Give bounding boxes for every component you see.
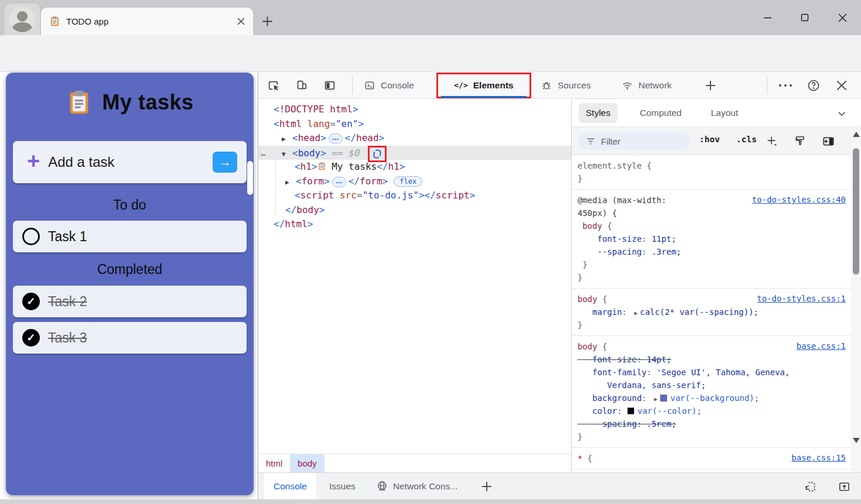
close-window-button[interactable] <box>824 2 861 33</box>
css-source-link[interactable]: to-do-styles.css:40 <box>752 195 846 204</box>
color-swatch[interactable] <box>660 395 667 402</box>
expand-ellipsis-button[interactable]: … <box>332 177 346 187</box>
task-row[interactable]: Task 1 <box>13 221 247 252</box>
task-checkbox-checked[interactable]: ✓ <box>22 293 40 310</box>
breadcrumb-html[interactable]: html <box>258 454 290 472</box>
activity-bar-layout-icon[interactable] <box>323 78 337 92</box>
task-checkbox-unchecked[interactable] <box>22 228 40 245</box>
more-tabs-icon[interactable] <box>703 78 718 92</box>
css-source-link[interactable]: to-do-styles.css:1 <box>757 294 846 303</box>
clipboard-favicon-icon <box>49 16 60 27</box>
toggle-hover-state-button[interactable]: :hov <box>699 135 720 144</box>
code-token: head <box>298 132 321 143</box>
expand-value-icon[interactable]: ▶ <box>632 310 640 316</box>
code-token: 450px) { <box>578 208 617 218</box>
code-token: < <box>296 176 302 187</box>
task-checkbox-checked[interactable]: ✓ <box>22 329 40 347</box>
task-row[interactable]: ✓Task 2 <box>13 286 247 317</box>
breadcrumb-body[interactable]: body <box>290 454 324 472</box>
code-token: html <box>285 218 308 229</box>
tab-computed[interactable]: Computed <box>633 103 689 123</box>
help-icon[interactable] <box>807 78 821 92</box>
scrollbar-thumb[interactable] <box>853 148 859 275</box>
open-panel-up-icon[interactable] <box>837 479 851 493</box>
css-declaration[interactable]: } <box>578 271 851 284</box>
tab-styles[interactable]: Styles <box>579 103 617 123</box>
scroll-up-arrow[interactable] <box>853 132 860 137</box>
css-declaration[interactable]: font-size: 14pt; <box>578 353 851 366</box>
tab-sources[interactable]: Sources <box>541 72 591 98</box>
tab-close-icon[interactable] <box>237 18 245 25</box>
new-style-rule-icon[interactable] <box>765 134 779 148</box>
tab-network[interactable]: Network <box>621 72 672 98</box>
dom-tree-row[interactable]: <!DOCTYPE html> <box>258 102 571 117</box>
scroll-down-arrow[interactable] <box>853 438 860 443</box>
expand-arrow-icon[interactable]: ▶ <box>285 176 296 190</box>
task-row[interactable]: ✓Task 3 <box>13 322 247 354</box>
code-token: > <box>470 190 476 201</box>
page-scrollbar-thumb[interactable] <box>247 161 253 195</box>
code-token: > <box>319 204 325 215</box>
drawer-tab-issues[interactable]: Issues <box>320 473 365 499</box>
devtools-more-icon[interactable] <box>778 78 792 92</box>
expand-arrow-icon[interactable]: ▶ <box>282 132 292 147</box>
dock-panel-icon[interactable] <box>821 134 835 148</box>
code-token: "en" <box>336 118 358 129</box>
tab-layout[interactable]: Layout <box>704 103 746 123</box>
maximize-button[interactable] <box>786 2 824 33</box>
css-declaration[interactable]: color: var(--color); <box>578 404 851 417</box>
css-declaration[interactable]: } <box>578 318 851 331</box>
css-declaration[interactable]: } <box>578 172 851 185</box>
css-declaration[interactable]: background: ▶var(--background); <box>578 392 851 404</box>
close-devtools-icon[interactable] <box>835 78 849 92</box>
css-source-link[interactable]: base.css:1 <box>797 341 846 351</box>
css-declaration[interactable]: body { <box>578 220 851 232</box>
css-declaration[interactable]: font-size: 11pt; <box>578 232 851 245</box>
new-tab-button[interactable] <box>259 13 275 29</box>
dom-tree-row[interactable]: </body> <box>258 203 571 218</box>
tab-strip: TODO app <box>0 0 861 35</box>
css-declaration[interactable]: } <box>578 430 851 443</box>
css-declaration[interactable]: } <box>578 258 851 271</box>
tab-elements[interactable]: </> Elements <box>441 72 527 98</box>
drawer-tab-network-console[interactable]: Network Cons... <box>367 473 467 499</box>
brush-icon[interactable] <box>793 134 807 148</box>
dom-tree-row[interactable]: </html> <box>258 217 571 232</box>
css-declaration[interactable]: --spacing: .5rem; <box>578 417 851 430</box>
css-declaration[interactable]: 450px) { <box>578 207 851 220</box>
browser-tab[interactable]: TODO app <box>41 8 253 35</box>
toggle-class-button[interactable]: .cls <box>736 135 757 144</box>
css-declaration[interactable]: Verdana, sans-serif; <box>578 379 851 392</box>
dom-tree-row[interactable]: <h1> My tasks</h1> <box>258 160 571 174</box>
add-task-input[interactable]: + Add a task → <box>13 141 247 183</box>
profile-avatar[interactable] <box>5 4 40 35</box>
flex-badge[interactable]: flex <box>394 176 422 187</box>
minimize-button[interactable] <box>749 2 786 33</box>
color-swatch[interactable] <box>627 407 634 414</box>
dom-tree-row[interactable]: ▶<form>…</form>flex <box>258 174 571 189</box>
expand-value-icon[interactable]: ▶ <box>651 396 660 402</box>
dashed-box-arrow-icon[interactable] <box>803 479 817 493</box>
css-source-link[interactable]: base.css:15 <box>791 453 846 462</box>
css-declaration[interactable]: --spacing: .3rem; <box>578 245 851 258</box>
styles-filter-input[interactable]: Filter <box>579 132 690 150</box>
css-declaration[interactable]: element.style { <box>578 159 851 172</box>
dom-tree-row[interactable]: ▶<head>…</head> <box>258 131 571 146</box>
styles-scrollbar[interactable] <box>851 127 861 472</box>
dom-row-actions-icon[interactable]: … <box>261 146 266 160</box>
dom-tree-row[interactable]: …▼<body> == $0 <box>258 146 571 160</box>
devtools-drawer: Console Issues Network Cons... <box>258 472 861 499</box>
dom-tree-row[interactable]: <html lang="en"> <box>258 117 571 132</box>
drawer-more-tabs-icon[interactable] <box>480 479 494 493</box>
dom-tree-row[interactable]: <script src="to-do.js"></script> <box>258 188 571 203</box>
submit-task-button[interactable]: → <box>213 152 237 173</box>
code-token: script <box>436 190 470 201</box>
css-declaration[interactable]: margin: ▶calc(2* var(--spacing)); <box>578 306 851 318</box>
inspect-element-icon[interactable] <box>266 78 281 92</box>
expand-ellipsis-button[interactable]: … <box>329 133 343 144</box>
css-declaration[interactable]: font-family: 'Segoe UI', Tahoma, Geneva, <box>578 366 851 379</box>
chevron-down-icon[interactable] <box>836 108 847 119</box>
device-emulation-icon[interactable] <box>295 78 309 92</box>
drawer-tab-console[interactable]: Console <box>264 473 316 499</box>
tab-console[interactable]: Console <box>364 72 414 98</box>
